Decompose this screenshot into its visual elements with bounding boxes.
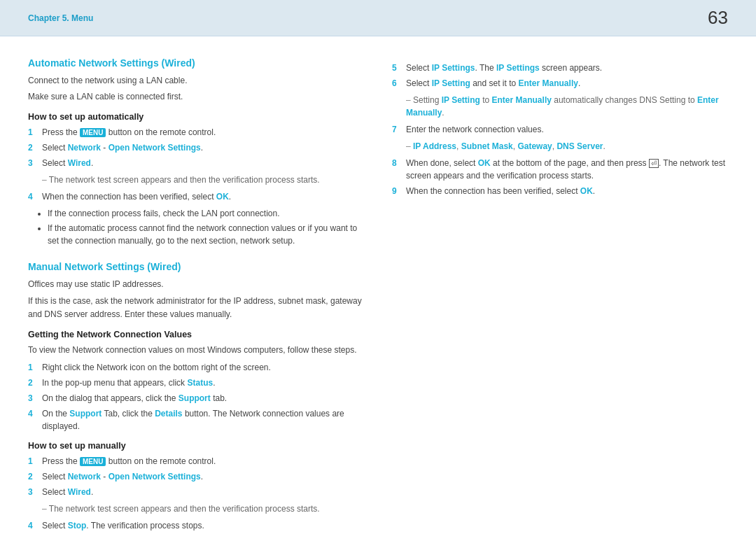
manual-steps: 1 Press the MENU button on the remote co… [28,455,364,498]
manual-step4-list: 4 Select Stop. The verification process … [28,519,364,532]
right-step8-list: 8 When done, select OK at the bottom of … [392,157,728,197]
details-link: Details [155,409,182,419]
manual-step-4: 4 Select Stop. The verification process … [28,519,364,532]
right-step-7: 7 Enter the network connection values. [392,123,728,136]
nv-step-1: 1 Right click the Network icon on the bo… [28,361,364,374]
subsection-auto-setup: How to set up automatically [28,112,364,122]
enter-icon: ⏎ [649,159,659,168]
right-step7-list: 7 Enter the network connection values. [392,123,728,136]
chapter-label: Chapter 5. Menu [28,13,93,23]
ip-settings-link-1: IP Settings [432,63,475,73]
left-column: Automatic Network Settings (Wired) Conne… [28,57,364,534]
network-link-1: Network [68,143,101,153]
stop-link: Stop [68,521,87,531]
nv-step-2: 2 In the pop-up menu that appears, click… [28,377,364,389]
auto-bullets: If the connection process fails, check t… [28,207,364,247]
manual-step-1: 1 Press the MENU button on the remote co… [28,455,364,468]
right-dash-2: IP Address, Subnet Mask, Gateway, DNS Se… [406,140,728,153]
right-step-9: 9 When the connection has been verified,… [392,185,728,197]
right-step-6: 6 Select IP Setting and set it to Enter … [392,77,728,90]
network-link-2: Network [68,472,101,482]
ip-address-link: IP Address [413,141,456,151]
page-number: 63 [708,7,728,29]
ok-link-1: OK [216,192,229,202]
enter-manually-link-2: Enter Manually [492,95,552,105]
manual-desc1: Offices may use static IP addresses. [28,278,364,291]
right-column: 5 Select IP Settings. The IP Settings sc… [392,57,728,534]
right-steps: 5 Select IP Settings. The IP Settings sc… [392,62,728,90]
open-network-link-1: Open Network Settings [108,143,201,153]
nv-step-4: 4 On the Support Tab, click the Details … [28,407,364,433]
menu-badge-2: MENU [80,457,106,466]
dns-server-link: DNS Server [556,141,603,151]
section-automatic: Automatic Network Settings (Wired) Conne… [28,57,364,247]
wired-link-2: Wired [68,487,91,497]
nv-step-3: 3 On the dialog that appears, click the … [28,392,364,405]
ok-link-3: OK [580,186,593,196]
gateway-link: Gateway [517,141,552,151]
enter-manually-link-1: Enter Manually [519,78,578,88]
ip-setting-link-2: IP Setting [442,95,480,105]
ip-setting-link-1: IP Setting [432,78,470,88]
right-dash-1: Setting IP Setting to Enter Manually aut… [406,94,728,119]
auto-step-3: 3 Select Wired. [28,157,364,169]
main-content: Automatic Network Settings (Wired) Conne… [0,36,756,534]
section-auto-title: Automatic Network Settings (Wired) [28,57,364,69]
right-step-8: 8 When done, select OK at the bottom of … [392,157,728,182]
manual-dash-1: The network test screen appears and then… [42,503,364,515]
status-link: Status [187,378,213,388]
auto-steps-list: 1 Press the MENU button on the remote co… [28,126,364,169]
support-link-1: Support [178,393,211,403]
right-step-5: 5 Select IP Settings. The IP Settings sc… [392,62,728,74]
auto-desc2: Make sure a LAN cable is connected first… [28,90,364,104]
network-values-desc: To view the Network connection values on… [28,344,364,357]
manual-desc2: If this is the case, ask the network adm… [28,295,364,321]
wired-link-1: Wired [68,158,91,168]
subnet-mask-link: Subnet Mask [461,141,513,151]
bullet-2: If the automatic process cannot find the… [48,222,364,247]
network-values-steps: 1 Right click the Network icon on the bo… [28,361,364,433]
section-manual-title: Manual Network Settings (Wired) [28,261,364,272]
auto-step4-list: 4 When the connection has been verified,… [28,190,364,203]
auto-dash-1: The network test screen appears and then… [42,174,364,186]
auto-step-1: 1 Press the MENU button on the remote co… [28,126,364,139]
page: Chapter 5. Menu 63 Automatic Network Set… [0,0,756,534]
menu-badge-1: MENU [80,128,106,137]
ip-settings-link-2: IP Settings [496,63,540,73]
subsection-manual-setup: How to set up manually [28,441,364,451]
auto-step-2: 2 Select Network - Open Network Settings… [28,141,364,154]
subsection-network-values: Getting the Network Connection Values [28,330,364,339]
auto-desc1: Connect to the network using a LAN cable… [28,74,364,87]
support-link-2: Support [69,409,102,419]
section-manual: Manual Network Settings (Wired) Offices … [28,261,364,532]
auto-step-4: 4 When the connection has been verified,… [28,190,364,203]
page-header: Chapter 5. Menu 63 [0,0,756,36]
ok-link-2: OK [478,158,491,168]
manual-step-2: 2 Select Network - Open Network Settings… [28,470,364,483]
open-network-link-2: Open Network Settings [108,472,201,482]
bullet-1: If the connection process fails, check t… [48,207,364,220]
manual-step-3: 3 Select Wired. [28,486,364,498]
